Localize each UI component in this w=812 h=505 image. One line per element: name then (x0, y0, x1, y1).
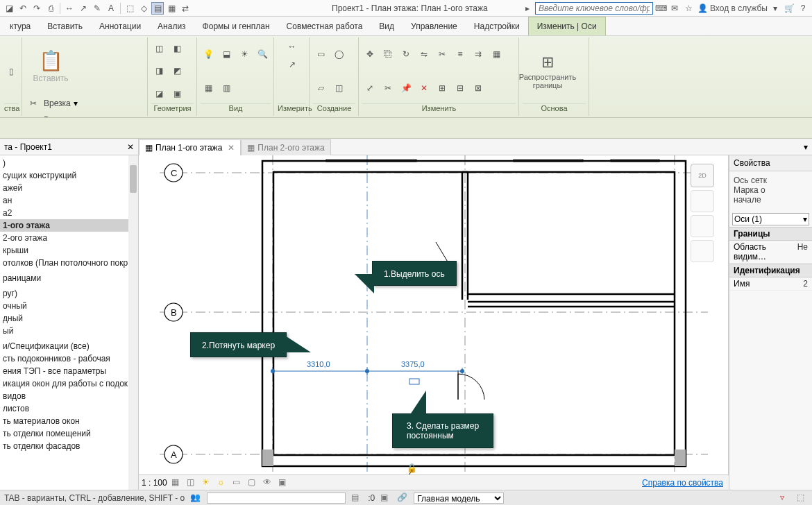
hide-icon[interactable]: 👁 (263, 477, 274, 488)
projbrowser-item[interactable]: сть подоконников - рабочая (0, 352, 138, 365)
thin-lines-icon[interactable]: ▤ (151, 2, 164, 15)
prop-row[interactable]: Имя2 (729, 277, 812, 291)
tab-6[interactable]: Вид (371, 17, 403, 35)
create-icon[interactable]: ◫ (331, 80, 346, 96)
projbrowser-item[interactable]: ажей (0, 182, 138, 194)
reveal-icon[interactable]: ▣ (278, 477, 289, 488)
geom-icon[interactable]: ◫ (151, 41, 167, 56)
projbrowser-item[interactable]: ть материалов окон (0, 415, 138, 427)
delete-icon[interactable]: ✕ (416, 80, 432, 96)
tab-4[interactable]: Формы и генплан (194, 17, 278, 35)
scrollbar[interactable] (128, 155, 138, 491)
view-tab-2[interactable]: ▦ План 2-ого этажа (241, 139, 330, 155)
create-icon[interactable]: ▭ (313, 46, 328, 62)
projbrowser-item[interactable]: 1-ого этажа (0, 219, 138, 232)
array-icon[interactable]: ▦ (489, 46, 504, 62)
tab-3[interactable]: Анализ (149, 17, 194, 35)
close-icon[interactable]: ✕ (127, 142, 134, 152)
editable-only-icon[interactable]: ▣ (380, 493, 391, 504)
star-icon[interactable]: ☆ (682, 2, 695, 15)
dropdown-icon[interactable]: ▾ (769, 2, 781, 15)
projbrowser-item[interactable]: ый (0, 325, 138, 337)
projbrowser-item[interactable]: крыши (0, 244, 138, 257)
help-link[interactable]: Справка по свойства (642, 478, 723, 488)
drawing-canvas[interactable]: 3310,0 3375,0 🔓 C B A 2D 1.Выделить ось … (139, 155, 729, 491)
worksets-icon[interactable]: 👥 (190, 493, 201, 504)
tab-0[interactable]: ктура (1, 17, 39, 35)
projbrowser-item[interactable]: ) (0, 157, 138, 169)
split-icon[interactable]: ✂ (380, 80, 396, 96)
design-opts-icon[interactable]: ▤ (351, 493, 362, 504)
select-links-icon[interactable]: 🔗 (397, 493, 408, 504)
projbrowser-item[interactable]: ан (0, 194, 138, 207)
geom-icon[interactable]: ◪ (151, 86, 167, 101)
copy-icon[interactable]: ⿻ (380, 46, 396, 62)
close-hidden-icon[interactable]: ▦ (165, 2, 178, 15)
scale-icon[interactable]: ⤢ (362, 80, 378, 96)
projbrowser-item[interactable]: листов (0, 402, 138, 415)
mirror-icon[interactable]: ⇋ (416, 46, 432, 62)
projbrowser-item[interactable]: руг) (0, 287, 138, 300)
measure-icon[interactable]: ↗ (285, 57, 300, 72)
nav-wheel-icon[interactable] (691, 190, 714, 212)
geom-icon[interactable]: ◧ (169, 41, 185, 56)
user-icon[interactable]: 👤 (696, 2, 709, 15)
geom-icon[interactable]: ◩ (169, 63, 185, 78)
print-icon[interactable]: ⎙ (44, 2, 57, 15)
projbrowser-item[interactable]: икация окон для работы с подок (0, 377, 138, 390)
cart-icon[interactable]: 🛒 (783, 2, 795, 15)
dim-icon[interactable]: ↔ (285, 39, 300, 54)
crop-icon[interactable]: ▭ (232, 477, 244, 488)
measure-icon[interactable]: ↔ (63, 2, 76, 15)
model-selector[interactable]: Главная модель (414, 493, 504, 504)
view-icon[interactable]: 🔍 (255, 46, 270, 62)
pan-icon[interactable] (691, 215, 714, 237)
projbrowser-item[interactable]: очный (0, 300, 138, 312)
cut-join-icon[interactable]: ✂ (26, 96, 41, 111)
move-icon[interactable]: ✥ (362, 46, 378, 62)
undo-icon[interactable]: ↶ (17, 2, 29, 15)
info-icon[interactable]: ▸ (521, 2, 534, 15)
view-icon[interactable]: 💡 (201, 46, 216, 62)
projbrowser-item[interactable]: сущих конструкций (0, 169, 138, 182)
grid-icon[interactable]: ⊟ (452, 80, 468, 96)
tab-8[interactable]: Надстройки (466, 17, 528, 35)
projbrowser-item[interactable]: отолков (План потолочного покр (0, 257, 138, 269)
view-icon[interactable]: ⬓ (219, 46, 234, 62)
projbrowser-item[interactable]: дный (0, 312, 138, 325)
section-icon[interactable]: ◇ (137, 2, 150, 15)
shadows-icon[interactable]: ☼ (217, 477, 228, 488)
rotate-icon[interactable]: ↻ (398, 46, 414, 62)
cut-icon[interactable]: ✂ (26, 112, 41, 118)
create-icon[interactable]: ◯ (331, 46, 346, 62)
close-icon[interactable]: ✕ (228, 143, 235, 153)
comm-icon[interactable]: ✉ (668, 2, 681, 15)
type-selector[interactable]: Оси (1)▾ (732, 213, 809, 225)
project-browser[interactable]: )сущих конструкцийажейана21-ого этажа2-о… (0, 155, 139, 491)
visual-style-icon[interactable]: ◫ (187, 477, 198, 488)
propagate-extents-button[interactable]: ⊞ Распространить границы (523, 44, 573, 99)
login-label[interactable]: Вход в службы (710, 3, 768, 13)
modify-icon[interactable]: ▯ (4, 51, 19, 92)
crop-vis-icon[interactable]: ▢ (248, 477, 259, 488)
text-icon[interactable]: A (105, 2, 117, 15)
status-field[interactable] (207, 493, 346, 504)
projbrowser-item[interactable]: 2-ого этажа (0, 232, 138, 244)
projbrowser-item[interactable]: а2 (0, 207, 138, 219)
prop-row[interactable]: Область видим…Не (729, 241, 812, 264)
selection-icon[interactable]: ⬚ (797, 493, 808, 504)
create-icon[interactable]: ▱ (313, 80, 328, 96)
viewcube-icon[interactable]: 2D (691, 164, 714, 187)
keyboard-icon[interactable]: ⌨ (654, 2, 667, 15)
scale-selector[interactable]: 1 : 100 (142, 478, 167, 488)
projbrowser-item[interactable]: раницами (0, 272, 138, 284)
grid-icon[interactable]: ⊠ (471, 80, 486, 96)
redo-icon[interactable]: ↷ (31, 2, 43, 15)
tab-5[interactable]: Совместная работа (278, 17, 371, 35)
zoom-icon[interactable] (691, 240, 714, 262)
projbrowser-item[interactable]: ть отделки помещений (0, 427, 138, 440)
switch-icon[interactable]: ⇄ (179, 2, 192, 15)
tab-menu-icon[interactable]: ▾ (800, 142, 812, 152)
view-tab-1[interactable]: ▦ План 1-ого этажа ✕ (139, 139, 241, 155)
view-icon[interactable]: ▦ (201, 80, 216, 96)
